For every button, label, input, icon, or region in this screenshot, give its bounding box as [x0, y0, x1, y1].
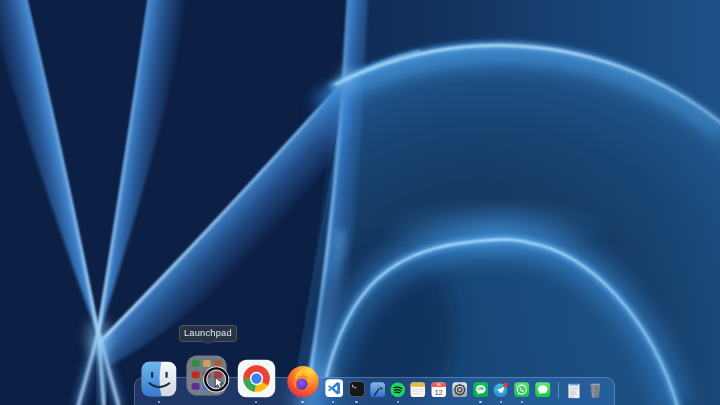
svg-text:12: 12 — [435, 388, 443, 396]
svg-text:LINE: LINE — [477, 387, 484, 391]
